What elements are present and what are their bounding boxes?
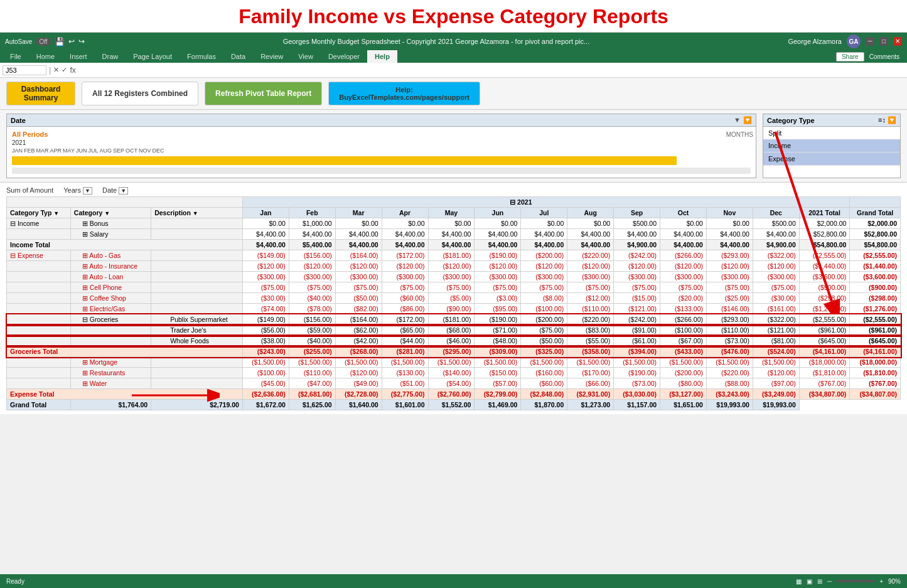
- cell-apr: ($2,775.00): [382, 389, 428, 400]
- refresh-pivot-button[interactable]: Refresh Pivot Table Report: [205, 82, 322, 105]
- tab-home[interactable]: Home: [29, 50, 62, 63]
- cat-item-income[interactable]: Income: [763, 139, 900, 152]
- all-registers-button[interactable]: All 12 Registers Combined: [82, 82, 198, 105]
- cell-jun: ($95.00): [475, 304, 521, 314]
- cat-item-split[interactable]: Split: [763, 127, 900, 139]
- slicer-area: Dashboard Summary All 12 Registers Combi…: [0, 78, 907, 110]
- table-row: ⊞ Salary$4,400.00$4,400.00$4,400.00$4,40…: [7, 229, 901, 240]
- cell-aug: ($300.00): [567, 272, 614, 282]
- col-jun: Jun: [475, 208, 521, 218]
- cell-feb: $4,400.00: [289, 229, 335, 240]
- cell-apr: ($44.00): [382, 336, 428, 346]
- col-description[interactable]: Description ▼: [151, 208, 243, 218]
- cell-may: ($300.00): [428, 272, 475, 282]
- redo-icon[interactable]: ↪: [78, 37, 85, 46]
- restore-button[interactable]: □: [879, 37, 888, 46]
- date-pivot-filter-icon[interactable]: ▼: [119, 187, 128, 195]
- cell-may: ($295.00): [428, 346, 475, 357]
- cell-nov: $1,157.00: [614, 400, 660, 410]
- cell-aug: $1,469.00: [475, 400, 521, 410]
- cell-description: [151, 250, 243, 261]
- cell-total_2021: ($1,440.00): [799, 261, 850, 272]
- cell-feb: ($300.00): [289, 272, 335, 282]
- cell-description: [151, 357, 243, 368]
- cell-cat-type: ⊟ Income: [7, 218, 71, 229]
- cell-apr: ($300.00): [382, 272, 428, 282]
- cat-filter-sort-icon[interactable]: ≡↕: [878, 116, 886, 124]
- date-filter-icon[interactable]: 🔽: [743, 116, 752, 124]
- formula-input[interactable]: [78, 67, 904, 74]
- formula-bar: | ✕ ✓ fx: [0, 63, 907, 78]
- cell-apr: ($65.00): [382, 325, 428, 336]
- dashboard-summary-button[interactable]: Dashboard Summary: [6, 82, 75, 105]
- share-button[interactable]: Share: [836, 52, 864, 61]
- cell-cat-type: Expense Total: [7, 389, 243, 400]
- years-filter-icon[interactable]: ▼: [83, 187, 92, 195]
- date-filter-scroll-icon[interactable]: ▼: [734, 116, 741, 124]
- tab-view[interactable]: View: [291, 50, 321, 63]
- date-scrollbar[interactable]: [12, 168, 751, 174]
- cell-dec: $500.00: [753, 218, 799, 229]
- cell-may: ($120.00): [428, 261, 475, 272]
- tab-formulas[interactable]: Formulas: [180, 50, 223, 63]
- cell-aug: ($1,500.00): [567, 357, 614, 368]
- tab-data[interactable]: Data: [223, 50, 253, 63]
- cat-item-expense[interactable]: Expense: [763, 152, 900, 166]
- tab-file[interactable]: File: [3, 50, 29, 63]
- confirm-formula-icon[interactable]: ✓: [62, 66, 67, 74]
- help-button[interactable]: Help: BuyExcelTemplates.com/pages/suppor…: [328, 82, 480, 105]
- cell-category: ⊞ Salary: [70, 229, 151, 240]
- cell-grand: ($4,161.00): [850, 346, 901, 357]
- col-dec: Dec: [753, 208, 799, 218]
- col-grand-total: Grand Total: [850, 208, 901, 218]
- table-row: ⊞ Auto - Insurance($120.00)($120.00)($12…: [7, 261, 901, 272]
- tab-draw[interactable]: Draw: [95, 50, 126, 63]
- col-category[interactable]: Category ▼: [70, 208, 151, 218]
- col-jul: Jul: [521, 208, 567, 218]
- insert-function-icon[interactable]: fx: [70, 66, 75, 75]
- user-avatar[interactable]: GA: [847, 35, 861, 48]
- cell-jul: ($325.00): [521, 346, 567, 357]
- cell-sep: ($190.00): [614, 368, 660, 378]
- cell-description: [151, 229, 243, 240]
- cell-mar: ($62.00): [335, 325, 382, 336]
- date-filter-icons: ▼ 🔽: [734, 116, 752, 124]
- cell-jan: $4,400.00: [242, 229, 289, 240]
- cell-sep: ($15.00): [614, 293, 660, 304]
- cell-apr: ($120.00): [382, 261, 428, 272]
- tab-developer[interactable]: Developer: [321, 50, 367, 63]
- cell-apr: ($281.00): [382, 346, 428, 357]
- cancel-formula-icon[interactable]: ✕: [53, 66, 59, 74]
- cell-jun: ($48.00): [475, 336, 521, 346]
- cell-apr: ($172.00): [382, 314, 428, 325]
- all-periods-label[interactable]: All Periods: [9, 129, 50, 139]
- undo-icon[interactable]: ↩: [68, 37, 75, 46]
- cell-reference-input[interactable]: [3, 65, 46, 75]
- cell-mar: ($164.00): [335, 314, 382, 325]
- tab-help[interactable]: Help: [367, 50, 397, 63]
- cell-jun: $4,400.00: [475, 240, 521, 250]
- close-button[interactable]: ✕: [893, 37, 902, 46]
- cell-feb: $2,719.00: [151, 400, 243, 410]
- table-row: ⊞ Water($45.00)($47.00)($49.00)($51.00)(…: [7, 378, 901, 389]
- tab-insert[interactable]: Insert: [62, 50, 95, 63]
- cell-aug: ($358.00): [567, 346, 614, 357]
- col-sep: Sep: [614, 208, 660, 218]
- comments-button[interactable]: Comments: [869, 53, 899, 60]
- tab-page-layout[interactable]: Page Layout: [126, 50, 180, 63]
- cell-category: ⊞ Cell Phone: [70, 282, 151, 293]
- cell-apr: ($130.00): [382, 368, 428, 378]
- tab-review[interactable]: Review: [253, 50, 291, 63]
- save-icon[interactable]: 💾: [55, 37, 65, 46]
- cell-cat-type: [7, 336, 71, 346]
- autosave-toggle[interactable]: Off: [36, 38, 50, 46]
- cat-filter-clear-icon[interactable]: 🔽: [888, 116, 896, 124]
- cell-nov: ($1,500.00): [706, 357, 753, 368]
- minimize-button[interactable]: ─: [866, 37, 874, 46]
- cell-grand: ($1,276.00): [850, 304, 901, 314]
- col-cat-type[interactable]: Category Typ ▼: [7, 208, 71, 218]
- cell-aug: ($220.00): [567, 314, 614, 325]
- cell-jun: ($190.00): [475, 314, 521, 325]
- cell-category: ⊞ Water: [70, 378, 151, 389]
- table-row: Income Total$4,400.00$5,400.00$4,400.00$…: [7, 240, 901, 250]
